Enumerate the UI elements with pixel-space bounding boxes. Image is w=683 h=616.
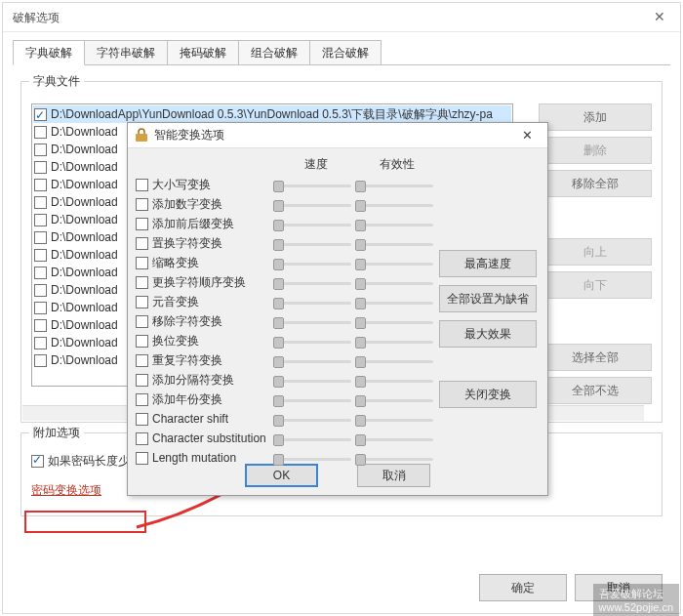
effectiveness-slider[interactable] [357, 276, 433, 290]
speed-slider[interactable] [275, 276, 351, 290]
transform-checkbox[interactable] [136, 413, 148, 426]
transform-check-item[interactable]: 更换字符顺序变换 [136, 273, 275, 291]
speed-slider[interactable] [275, 432, 351, 446]
effectiveness-slider[interactable] [357, 237, 433, 251]
effectiveness-slider[interactable] [357, 432, 433, 446]
effectiveness-slider[interactable] [357, 296, 433, 309]
delete-button[interactable]: 删除 [539, 137, 652, 164]
effectiveness-slider[interactable] [357, 257, 433, 270]
slider-headers: 速度 有效性 [275, 156, 439, 174]
speed-slider[interactable] [275, 179, 351, 192]
transform-check-item[interactable]: 添加分隔符变换 [136, 371, 275, 389]
transform-checkbox[interactable] [136, 198, 148, 211]
tab-string[interactable]: 字符串破解 [84, 40, 168, 65]
transform-checkbox[interactable] [136, 257, 148, 269]
select-all-button[interactable]: 选择全部 [539, 344, 652, 371]
file-checkbox[interactable] [34, 267, 47, 279]
transform-check-item[interactable]: 大小写变换 [136, 176, 275, 193]
transform-check-item[interactable]: 换位变换 [136, 332, 275, 349]
close-transform-button[interactable]: 关闭变换 [439, 381, 537, 408]
file-list-item[interactable]: D:\DownloadApp\YunDownload 0.5.3\YunDown… [33, 105, 511, 123]
transform-check-item[interactable]: 元音变换 [136, 293, 275, 310]
speed-slider[interactable] [275, 296, 351, 309]
speed-slider[interactable] [275, 198, 351, 212]
tab-mask[interactable]: 掩码破解 [167, 40, 239, 65]
transform-checkbox[interactable] [136, 315, 148, 328]
speed-slider[interactable] [275, 354, 351, 368]
slider-row [275, 195, 439, 215]
speed-slider[interactable] [275, 237, 351, 251]
file-checkbox[interactable] [34, 144, 47, 156]
modal-close-button[interactable]: ✕ [512, 128, 542, 143]
effectiveness-slider[interactable] [357, 218, 433, 231]
file-checkbox[interactable] [34, 196, 47, 209]
speed-slider[interactable] [275, 452, 351, 466]
main-ok-button[interactable]: 确定 [479, 574, 567, 601]
effectiveness-slider[interactable] [357, 354, 433, 368]
effectiveness-slider[interactable] [357, 198, 433, 212]
select-none-button[interactable]: 全部不选 [539, 377, 652, 404]
transform-checkbox[interactable] [136, 296, 148, 308]
speed-slider[interactable] [275, 393, 351, 407]
move-down-button[interactable]: 向下 [539, 271, 652, 299]
effectiveness-slider[interactable] [357, 393, 433, 407]
add-button[interactable]: 添加 [539, 103, 652, 131]
transform-check-item[interactable]: Character shift [136, 410, 275, 428]
transform-checkbox[interactable] [136, 393, 148, 406]
max-speed-button[interactable]: 最高速度 [439, 250, 537, 277]
transform-checkbox[interactable] [136, 335, 148, 348]
effectiveness-slider[interactable] [357, 452, 433, 466]
transform-check-item[interactable]: 添加前后缀变换 [136, 215, 275, 232]
main-close-button[interactable]: ✕ [639, 3, 680, 31]
modal-ok-button[interactable]: OK [245, 464, 318, 487]
effectiveness-slider[interactable] [357, 413, 433, 427]
tab-dictionary[interactable]: 字典破解 [13, 40, 85, 65]
speed-slider[interactable] [275, 335, 351, 349]
transform-check-item[interactable]: 添加年份变换 [136, 390, 275, 408]
transform-check-item[interactable]: Character substitution [136, 430, 275, 447]
transform-checkbox[interactable] [136, 276, 148, 289]
transform-check-item[interactable]: 缩略变换 [136, 254, 275, 271]
password-transform-link[interactable]: 密码变换选项 [31, 482, 101, 499]
transform-checkbox[interactable] [136, 374, 148, 387]
speed-slider[interactable] [275, 374, 351, 388]
file-checkbox[interactable] [34, 108, 47, 121]
tab-mixed[interactable]: 混合破解 [309, 40, 382, 65]
file-checkbox[interactable] [34, 231, 47, 244]
file-checkbox[interactable] [34, 126, 47, 139]
speed-slider[interactable] [275, 315, 351, 329]
speed-slider[interactable] [275, 257, 351, 270]
file-checkbox[interactable] [34, 337, 47, 349]
speed-slider[interactable] [275, 413, 351, 427]
effectiveness-slider[interactable] [357, 374, 433, 388]
speed-slider[interactable] [275, 218, 351, 231]
file-checkbox[interactable] [34, 214, 47, 226]
transform-check-item[interactable]: 移除字符变换 [136, 312, 275, 330]
file-checkbox[interactable] [34, 284, 47, 297]
transform-checkbox[interactable] [136, 218, 148, 230]
transform-check-item[interactable]: 重复字符变换 [136, 351, 275, 369]
transform-check-item[interactable]: 添加数字变换 [136, 195, 275, 213]
transform-checkbox[interactable] [136, 179, 148, 191]
effectiveness-slider[interactable] [357, 315, 433, 329]
file-checkbox[interactable] [34, 319, 47, 332]
file-checkbox[interactable] [34, 249, 47, 262]
default-all-button[interactable]: 全部设置为缺省 [439, 285, 537, 312]
skip-length-checkbox[interactable] [31, 455, 44, 468]
effectiveness-slider[interactable] [357, 335, 433, 349]
transform-check-item[interactable]: 置换字符变换 [136, 234, 275, 252]
file-checkbox[interactable] [34, 179, 47, 191]
move-up-button[interactable]: 向上 [539, 238, 652, 266]
transform-checkbox[interactable] [136, 452, 148, 465]
tab-combine[interactable]: 组合破解 [238, 40, 310, 65]
file-checkbox[interactable] [34, 161, 47, 174]
file-checkbox[interactable] [34, 302, 47, 314]
modal-cancel-button[interactable]: 取消 [357, 464, 430, 487]
transform-checkbox[interactable] [136, 354, 148, 367]
transform-checkbox[interactable] [136, 237, 148, 250]
transform-checkbox[interactable] [136, 432, 148, 445]
remove-all-button[interactable]: 移除全部 [539, 170, 652, 197]
effectiveness-slider[interactable] [357, 179, 433, 192]
file-checkbox[interactable] [34, 354, 47, 367]
max-effect-button[interactable]: 最大效果 [439, 320, 537, 348]
